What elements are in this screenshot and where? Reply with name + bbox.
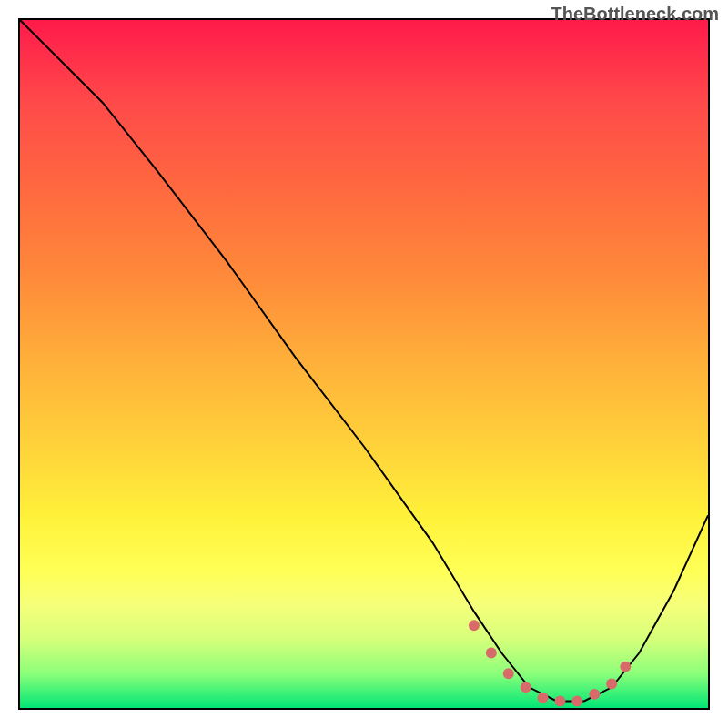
trough-marker <box>589 689 600 700</box>
trough-marker <box>620 662 631 672</box>
trough-marker <box>486 648 497 659</box>
trough-marker <box>571 695 582 706</box>
trough-markers <box>469 620 631 706</box>
trough-marker <box>538 693 549 703</box>
trough-marker <box>554 695 565 706</box>
trough-marker <box>606 679 617 690</box>
bottleneck-curve <box>20 20 708 701</box>
chart-container: TheBottleneck.com <box>0 0 728 728</box>
trough-marker <box>469 620 480 631</box>
trough-marker <box>503 668 514 679</box>
watermark-label: TheBottleneck.com <box>551 4 719 25</box>
curve-svg <box>20 20 708 708</box>
plot-area <box>18 18 710 710</box>
trough-marker <box>521 682 531 693</box>
